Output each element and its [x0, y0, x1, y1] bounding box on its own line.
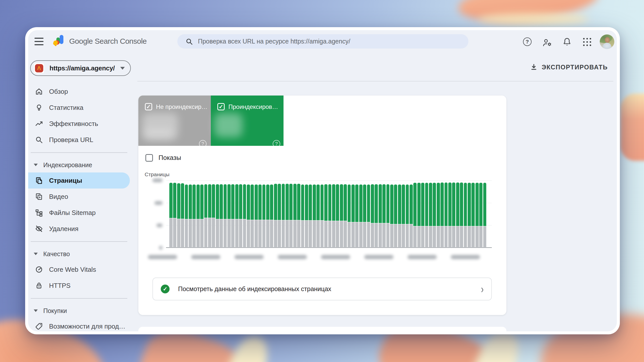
chart-bar[interactable] — [216, 184, 219, 248]
sidebar-item-core-web-vitals[interactable]: Core Web Vitals — [28, 261, 132, 278]
chart-bar[interactable] — [301, 185, 304, 248]
help-icon[interactable]: ? — [199, 140, 207, 148]
sidebar-item-removals[interactable]: Удаления — [28, 221, 132, 237]
chart-bar[interactable] — [479, 183, 482, 248]
chart-bar[interactable] — [181, 183, 184, 248]
notifications-icon[interactable] — [562, 37, 572, 48]
chart-bar[interactable] — [448, 183, 452, 248]
manage-users-icon[interactable] — [542, 38, 552, 48]
chart-bar[interactable] — [235, 184, 238, 248]
sidebar-section-indexing[interactable]: Индексирование — [28, 157, 132, 172]
chart-bar[interactable] — [316, 185, 320, 248]
chart-bar[interactable] — [367, 185, 370, 248]
toggle-not-indexed[interactable]: ✓ Не проиндексир… ? — [138, 96, 211, 146]
chart-bar[interactable] — [196, 185, 200, 248]
impressions-checkbox[interactable]: Показы — [145, 154, 181, 162]
chart-bar[interactable] — [266, 185, 269, 248]
chart-bar[interactable] — [224, 184, 227, 248]
chart-bar[interactable] — [406, 185, 409, 248]
chart-bar[interactable] — [425, 183, 428, 248]
chart-bar[interactable] — [220, 184, 223, 248]
chart-bar[interactable] — [471, 183, 475, 248]
chart-bar[interactable] — [278, 184, 281, 248]
chart-bar[interactable] — [468, 183, 471, 248]
search-bar[interactable] — [177, 34, 468, 49]
chart-bar[interactable] — [483, 183, 487, 248]
sidebar-item-overview[interactable]: Обзор — [28, 83, 132, 100]
chart-bar[interactable] — [429, 183, 432, 248]
sidebar-item-https[interactable]: HTTPS — [28, 278, 132, 294]
chart-bar[interactable] — [359, 185, 363, 248]
export-button[interactable]: ЭКСПОРТИРОВАТЬ — [530, 61, 608, 73]
chart-bar[interactable] — [394, 185, 397, 248]
search-input[interactable] — [197, 37, 466, 45]
chart-bar[interactable] — [255, 185, 258, 248]
chart-bar[interactable] — [243, 184, 246, 248]
help-icon[interactable]: ? — [523, 37, 532, 46]
menu-icon[interactable] — [34, 38, 44, 45]
chart-bar[interactable] — [336, 184, 339, 248]
chart-bar[interactable] — [262, 185, 266, 248]
chart-bar[interactable] — [293, 184, 297, 248]
chart-bar[interactable] — [456, 183, 459, 248]
chart-bar[interactable] — [437, 183, 440, 248]
view-indexed-pages-link[interactable]: ✓ Посмотреть данные об индексированных с… — [152, 278, 492, 300]
chart-bar[interactable] — [212, 184, 215, 248]
chart-bar[interactable] — [460, 183, 463, 248]
chart-bar[interactable] — [382, 184, 386, 248]
chart-bar[interactable] — [371, 184, 374, 248]
sidebar-item-pages[interactable]: Страницы — [28, 172, 130, 189]
sidebar-item-sitemaps[interactable]: Файлы Sitemap — [28, 205, 132, 221]
chart-bar[interactable] — [375, 184, 378, 248]
chart-bar[interactable] — [398, 185, 401, 248]
chart-bar[interactable] — [239, 184, 242, 248]
chart-bar[interactable] — [351, 185, 355, 248]
chart-bar[interactable] — [320, 185, 324, 248]
chart-bar[interactable] — [340, 184, 343, 248]
chart-bar[interactable] — [200, 185, 204, 248]
chart-bar[interactable] — [189, 185, 192, 248]
chart-bar[interactable] — [258, 185, 262, 248]
chart-bar[interactable] — [363, 185, 366, 248]
chart-bar[interactable] — [297, 184, 300, 248]
chart-bar[interactable] — [421, 183, 424, 248]
chart-bar[interactable] — [185, 185, 188, 248]
chart-bar[interactable] — [313, 185, 316, 248]
chart-bar[interactable] — [204, 184, 208, 248]
chart-bar[interactable] — [289, 184, 293, 248]
chart-bar[interactable] — [445, 183, 448, 248]
property-selector[interactable]: Λ https://amiga.agency/ — [30, 60, 131, 76]
toggle-indexed[interactable]: ✓ Проиндексиров… ? — [211, 96, 284, 146]
chart-bar[interactable] — [410, 185, 413, 248]
chart-bar[interactable] — [282, 184, 285, 248]
help-icon[interactable]: ? — [273, 140, 280, 148]
chart-bar[interactable] — [247, 185, 250, 248]
chart-bar[interactable] — [251, 185, 254, 248]
chart-bar[interactable] — [173, 183, 176, 248]
chart-bar[interactable] — [402, 185, 405, 248]
chart-bar[interactable] — [227, 184, 231, 248]
chart-bar[interactable] — [417, 183, 421, 248]
chart-bar[interactable] — [348, 185, 351, 248]
chart-bar[interactable] — [169, 183, 173, 248]
chart-bar[interactable] — [231, 184, 234, 248]
chart-bar[interactable] — [413, 183, 417, 248]
sidebar-item-url-inspection[interactable]: Проверка URL — [28, 132, 132, 148]
chart-bar[interactable] — [270, 185, 273, 248]
chart-bar[interactable] — [390, 185, 393, 248]
sidebar-item-merchant-opportunities[interactable]: Возможности для прод… — [28, 318, 132, 331]
chart-bar[interactable] — [177, 183, 180, 248]
sidebar-item-statistics[interactable]: Статистика — [28, 100, 132, 116]
chart-bar[interactable] — [286, 184, 289, 248]
sidebar-item-performance[interactable]: Эффективность — [28, 116, 132, 132]
chart-bar[interactable] — [324, 184, 328, 248]
chart-bar[interactable] — [355, 185, 358, 248]
sidebar-item-video[interactable]: Видео — [28, 189, 132, 205]
chart-bar[interactable] — [208, 184, 211, 248]
chart-bar[interactable] — [309, 185, 312, 248]
chart-bar[interactable] — [452, 183, 455, 248]
avatar[interactable] — [600, 34, 614, 49]
chart-bar[interactable] — [305, 185, 308, 248]
chart-bar[interactable] — [440, 183, 444, 248]
chart-bar[interactable] — [344, 184, 347, 248]
